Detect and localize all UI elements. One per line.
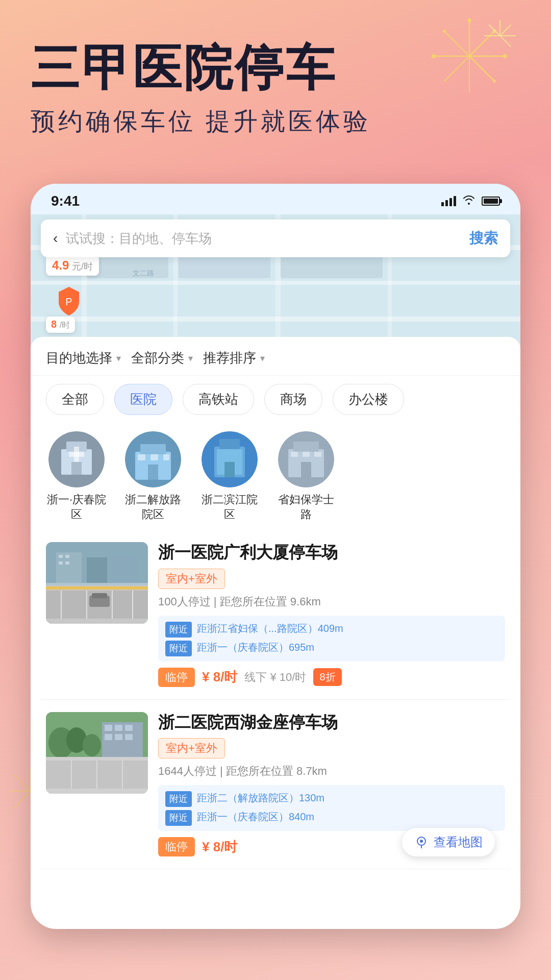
- svg-rect-95: [105, 734, 112, 740]
- svg-rect-74: [65, 555, 69, 558]
- battery-icon: [482, 197, 500, 206]
- status-time: 9:41: [51, 193, 80, 209]
- parking-image-1: [46, 542, 148, 624]
- search-button[interactable]: 搜索: [469, 229, 498, 248]
- wifi-icon: [462, 194, 475, 208]
- filter-sort[interactable]: 推荐排序 ▾: [203, 349, 265, 367]
- type-badge-2: 室内+室外: [158, 738, 225, 758]
- svg-rect-46: [71, 462, 82, 475]
- svg-point-8: [467, 18, 471, 22]
- chevron-down-icon: ▾: [116, 353, 121, 364]
- nearby-row-2: 附近 距浙一（庆春院区）695m: [165, 640, 498, 656]
- filter-category-label: 全部分类: [131, 349, 184, 367]
- nearby-row-3: 附近 距浙二（解放路院区）130m: [165, 790, 498, 807]
- map-price2-value: 8: [51, 318, 57, 330]
- content-panel: 目的地选择 ▾ 全部分类 ▾ 推荐排序 ▾ 全部 医院 高铁站 商场 办公楼: [31, 337, 520, 869]
- map-shield-icon: P: [56, 286, 82, 316]
- back-button[interactable]: ‹: [53, 230, 58, 247]
- tab-hospital[interactable]: 医院: [114, 384, 172, 415]
- nearby-text-2a: 距浙二（解放路院区）130m: [197, 790, 324, 805]
- map-price-value: 4.9: [52, 258, 69, 272]
- card-stats-2: 1644人停过 | 距您所在位置 8.7km: [158, 764, 505, 779]
- svg-rect-65: [291, 452, 298, 457]
- map-price-tag-2[interactable]: 8 /时: [46, 316, 75, 333]
- hospital-item-3[interactable]: 浙二滨江院区: [199, 431, 260, 522]
- hospital-name-1: 浙一·庆春院区: [46, 493, 107, 522]
- chevron-down-icon-2: ▾: [188, 353, 193, 364]
- map-area: 浙杭路 文二路 ‹ 试试搜：目的地、停车场 搜索 4.9 元/时 P: [31, 214, 520, 347]
- status-icons: [441, 194, 500, 208]
- svg-line-15: [500, 25, 511, 36]
- category-tabs: 全部 医院 高铁站 商场 办公楼: [31, 376, 520, 423]
- nearby-badge-3: 附近: [165, 791, 192, 807]
- parking-card-2[interactable]: 浙二医院西湖金座停车场 室内+室外 1644人停过 | 距您所在位置 8.7km…: [41, 700, 510, 870]
- type-badge-1: 室内+室外: [158, 569, 225, 589]
- tab-office[interactable]: 办公楼: [333, 384, 404, 415]
- tab-mall[interactable]: 商场: [264, 384, 322, 415]
- svg-point-13: [443, 30, 446, 33]
- nearby-info-2: 附近 距浙二（解放路院区）130m 附近 距浙一（庆春院区）840m: [158, 785, 505, 831]
- search-bar[interactable]: ‹ 试试搜：目的地、停车场 搜索: [41, 219, 510, 257]
- temp-badge-2: 临停: [158, 837, 195, 856]
- filter-category[interactable]: 全部分类 ▾: [131, 349, 193, 367]
- hero-subtitle: 预约确保车位 提升就医体验: [31, 105, 520, 138]
- map-view-label: 查看地图: [434, 834, 483, 850]
- svg-rect-48: [69, 452, 84, 457]
- svg-rect-75: [59, 561, 63, 565]
- svg-rect-58: [219, 439, 240, 449]
- svg-rect-92: [105, 725, 112, 731]
- nearby-info-1: 附近 距浙江省妇保（...路院区）409m 附近 距浙一（庆春院区）695m: [158, 616, 505, 662]
- svg-point-104: [420, 840, 423, 843]
- svg-line-26: [14, 775, 31, 791]
- filter-row: 目的地选择 ▾ 全部分类 ▾ 推荐排序 ▾: [31, 337, 520, 376]
- hospital-item-1[interactable]: 浙一·庆春院区: [46, 431, 107, 522]
- svg-rect-60: [224, 462, 235, 477]
- nearby-row-1: 附近 距浙江省妇保（...路院区）409m: [165, 621, 498, 638]
- hospital-avatar-2: [125, 431, 181, 487]
- hospital-item-2[interactable]: 浙二解放路院区: [122, 431, 184, 522]
- svg-rect-85: [46, 586, 148, 590]
- status-bar: 9:41: [31, 184, 520, 214]
- filter-destination-label: 目的地选择: [46, 349, 112, 367]
- map-icon: [414, 835, 429, 849]
- card-title-2: 浙二医院西湖金座停车场: [158, 712, 505, 733]
- nearby-row-4: 附近 距浙一（庆春院区）840m: [165, 809, 498, 826]
- hospital-name-4: 省妇保学士路: [276, 493, 337, 522]
- parking-image-2: [46, 712, 148, 794]
- price-main-2: ¥ 8/时: [202, 838, 237, 856]
- filter-destination[interactable]: 目的地选择 ▾: [46, 349, 121, 367]
- svg-rect-94: [125, 725, 133, 731]
- svg-rect-63: [293, 442, 319, 452]
- discount-badge-1: 8折: [313, 668, 341, 686]
- filter-sort-label: 推荐排序: [203, 349, 256, 367]
- svg-rect-71: [87, 557, 107, 583]
- svg-rect-72: [112, 555, 138, 583]
- hospital-avatar-4: [278, 431, 334, 487]
- svg-rect-73: [59, 555, 63, 558]
- price-main-1: ¥ 8/时: [202, 668, 237, 686]
- map-view-button[interactable]: 查看地图: [402, 828, 495, 856]
- search-input[interactable]: 试试搜：目的地、停车场: [66, 230, 469, 248]
- map-price-unit: 元/时: [72, 261, 93, 272]
- nearby-text-1a: 距浙江省妇保（...路院区）409m: [197, 621, 343, 636]
- parking-card-1[interactable]: 浙一医院广利大厦停车场 室内+室外 100人停过 | 距您所在位置 9.6km …: [41, 530, 510, 700]
- background: 三甲医院停车 预约确保车位 提升就医体验 9:41: [0, 0, 551, 980]
- svg-rect-96: [115, 734, 122, 740]
- hospital-name-2: 浙二解放路院区: [122, 493, 184, 522]
- svg-rect-64: [301, 462, 311, 477]
- nearby-text-1b: 距浙一（庆春院区）695m: [197, 640, 314, 655]
- phone-mockup: 9:41: [31, 184, 520, 929]
- svg-rect-52: [148, 464, 158, 480]
- map-price-tag-1[interactable]: 4.9 元/时: [46, 255, 99, 276]
- tab-all[interactable]: 全部: [46, 384, 104, 415]
- svg-rect-67: [314, 452, 321, 457]
- signal-icon: [441, 196, 456, 206]
- card-title-1: 浙一医院广利大厦停车场: [158, 542, 505, 564]
- hospital-avatar-3: [202, 431, 258, 487]
- tab-train[interactable]: 高铁站: [183, 384, 254, 415]
- nearby-badge-4: 附近: [165, 810, 192, 826]
- svg-rect-97: [125, 734, 133, 740]
- hospital-item-4[interactable]: 省妇保学士路: [276, 431, 337, 522]
- temp-badge-1: 临停: [158, 668, 195, 687]
- price-offline-1: 线下 ¥ 10/时: [244, 670, 306, 685]
